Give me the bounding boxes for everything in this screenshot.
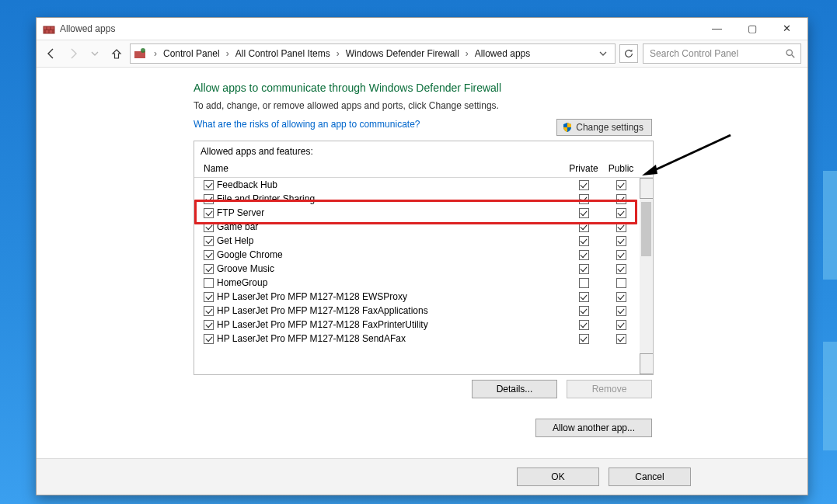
private-checkbox[interactable] (579, 292, 589, 302)
app-name-label: Game bar (217, 221, 258, 232)
column-private[interactable]: Private (565, 163, 602, 174)
table-row[interactable]: HP LaserJet Pro MFP M127-M128 SendAFax (194, 332, 640, 346)
public-checkbox[interactable] (616, 264, 626, 274)
refresh-button[interactable] (619, 44, 638, 63)
public-checkbox[interactable] (616, 334, 626, 344)
table-row[interactable]: Game bar (194, 220, 640, 234)
enable-checkbox[interactable] (204, 320, 214, 330)
allow-another-app-button[interactable]: Allow another app... (535, 419, 652, 437)
vertical-scrollbar[interactable] (640, 178, 653, 374)
private-checkbox[interactable] (579, 180, 589, 190)
scroll-down-button[interactable] (640, 353, 653, 374)
svg-line-11 (792, 55, 795, 58)
svg-line-12 (650, 135, 731, 172)
chevron-right-icon[interactable]: › (221, 48, 234, 59)
address-bar[interactable]: › Control Panel › All Control Panel Item… (130, 43, 616, 64)
table-row[interactable]: HP LaserJet Pro MFP M127-M128 EWSProxy (194, 290, 640, 304)
private-checkbox[interactable] (579, 250, 589, 260)
navigation-bar: › Control Panel › All Control Panel Item… (37, 40, 807, 68)
apps-list[interactable]: Feedback HubFile and Printer SharingFTP … (194, 178, 640, 374)
address-dropdown-button[interactable] (595, 50, 612, 57)
scrollbar-track[interactable] (640, 199, 653, 353)
public-checkbox[interactable] (616, 278, 626, 288)
private-checkbox[interactable] (579, 278, 589, 288)
search-box[interactable] (643, 43, 801, 64)
table-row[interactable]: FTP Server (194, 206, 640, 220)
app-name-label: HP LaserJet Pro MFP M127-M128 EWSProxy (217, 291, 407, 302)
public-checkbox[interactable] (616, 320, 626, 330)
enable-checkbox[interactable] (204, 264, 214, 274)
app-name-label: HP LaserJet Pro MFP M127-M128 FaxApplica… (217, 305, 428, 316)
remove-button[interactable]: Remove (567, 380, 652, 398)
breadcrumb-item[interactable]: Allowed apps (475, 48, 530, 59)
enable-checkbox[interactable] (204, 250, 214, 260)
forward-button[interactable] (65, 45, 82, 62)
enable-checkbox[interactable] (204, 306, 214, 316)
app-name-label: FTP Server (217, 207, 264, 218)
chevron-right-icon[interactable]: › (149, 48, 162, 59)
enable-checkbox[interactable] (204, 208, 214, 218)
enable-checkbox[interactable] (204, 236, 214, 246)
private-checkbox[interactable] (579, 334, 589, 344)
title-bar[interactable]: Allowed apps — ▢ ✕ (37, 18, 807, 40)
ok-button[interactable]: OK (517, 468, 599, 486)
breadcrumb-item[interactable]: Windows Defender Firewall (346, 48, 459, 59)
search-icon[interactable] (785, 48, 796, 59)
public-checkbox[interactable] (616, 208, 626, 218)
close-button[interactable]: ✕ (769, 18, 804, 40)
public-checkbox[interactable] (616, 292, 626, 302)
app-name-label: Groove Music (217, 263, 274, 274)
public-checkbox[interactable] (616, 306, 626, 316)
details-button[interactable]: Details... (472, 380, 557, 398)
private-checkbox[interactable] (579, 306, 589, 316)
chevron-right-icon[interactable]: › (332, 48, 344, 59)
desktop-decor (823, 171, 837, 280)
public-checkbox[interactable] (616, 236, 626, 246)
private-checkbox[interactable] (579, 208, 589, 218)
minimize-button[interactable]: — (699, 18, 734, 40)
cancel-button[interactable]: Cancel (609, 468, 691, 486)
table-row[interactable]: Groove Music (194, 262, 640, 276)
enable-checkbox[interactable] (204, 194, 214, 204)
scroll-up-button[interactable] (640, 178, 653, 199)
scrollbar-thumb[interactable] (641, 202, 651, 256)
page-body: Allow apps to communicate through Window… (37, 68, 807, 495)
public-checkbox[interactable] (616, 194, 626, 204)
app-name-label: Google Chrome (217, 249, 283, 260)
enable-checkbox[interactable] (204, 278, 214, 288)
public-checkbox[interactable] (616, 222, 626, 232)
table-row[interactable]: Feedback Hub (194, 178, 640, 192)
public-checkbox[interactable] (616, 250, 626, 260)
enable-checkbox[interactable] (204, 222, 214, 232)
recent-locations-button[interactable] (86, 45, 103, 62)
private-checkbox[interactable] (579, 236, 589, 246)
column-name[interactable]: Name (204, 163, 565, 174)
table-row[interactable]: HP LaserJet Pro MFP M127-M128 FaxPrinter… (194, 318, 640, 332)
private-checkbox[interactable] (579, 222, 589, 232)
back-button[interactable] (43, 45, 60, 62)
maximize-button[interactable]: ▢ (734, 18, 769, 40)
table-row[interactable]: Get Help (194, 234, 640, 248)
risk-link[interactable]: What are the risks of allowing an app to… (194, 119, 556, 130)
table-row[interactable]: File and Printer Sharing (194, 192, 640, 206)
breadcrumb-item[interactable]: All Control Panel Items (235, 48, 330, 59)
private-checkbox[interactable] (579, 264, 589, 274)
panel-title: Allowed apps and features: (194, 141, 653, 160)
table-row[interactable]: Google Chrome (194, 248, 640, 262)
search-input[interactable] (648, 47, 780, 60)
chevron-right-icon[interactable]: › (461, 48, 473, 59)
enable-checkbox[interactable] (204, 334, 214, 344)
allowed-apps-panel: Allowed apps and features: Name Private … (194, 141, 654, 375)
public-checkbox[interactable] (616, 180, 626, 190)
enable-checkbox[interactable] (204, 180, 214, 190)
up-button[interactable] (108, 45, 125, 62)
column-public[interactable]: Public (602, 163, 640, 174)
change-settings-button[interactable]: Change settings (556, 119, 652, 136)
private-checkbox[interactable] (579, 320, 589, 330)
private-checkbox[interactable] (579, 194, 589, 204)
table-row[interactable]: HomeGroup (194, 276, 640, 290)
table-row[interactable]: HP LaserJet Pro MFP M127-M128 FaxApplica… (194, 304, 640, 318)
enable-checkbox[interactable] (204, 292, 214, 302)
app-name-label: Get Help (217, 235, 253, 246)
breadcrumb-item[interactable]: Control Panel (163, 48, 220, 59)
